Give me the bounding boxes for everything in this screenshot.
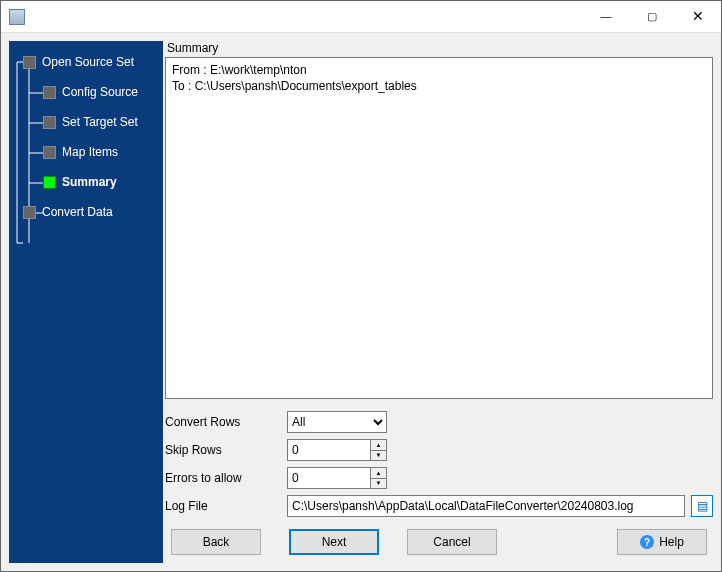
log-file-input[interactable] [287, 495, 685, 517]
log-file-label: Log File [165, 499, 287, 513]
minimize-button[interactable]: — [583, 1, 629, 31]
back-button[interactable]: Back [171, 529, 261, 555]
spin-down-icon[interactable]: ▼ [371, 479, 386, 489]
step-label: Map Items [62, 145, 118, 159]
step-open-source-set[interactable]: Open Source Set [9, 47, 163, 77]
app-icon [9, 9, 25, 25]
step-set-target-set[interactable]: Set Target Set [9, 107, 163, 137]
titlebar: — ▢ ✕ [1, 1, 721, 33]
step-label: Summary [62, 175, 117, 189]
step-box-icon [23, 56, 36, 69]
convert-rows-label: Convert Rows [165, 415, 287, 429]
wizard-steps-sidebar: Open Source Set Config Source Set Target… [9, 41, 163, 563]
spin-up-icon[interactable]: ▲ [371, 468, 386, 479]
step-label: Open Source Set [42, 55, 134, 69]
browse-icon: ▤ [697, 499, 708, 513]
step-label: Convert Data [42, 205, 113, 219]
cancel-button[interactable]: Cancel [407, 529, 497, 555]
errors-input[interactable] [288, 468, 370, 488]
spin-down-icon[interactable]: ▼ [371, 451, 386, 461]
close-button[interactable]: ✕ [675, 1, 721, 31]
step-label: Config Source [62, 85, 138, 99]
options-form: Convert Rows All Skip Rows ▲▼ Errors to … [165, 409, 713, 521]
errors-label: Errors to allow [165, 471, 287, 485]
help-button[interactable]: ? Help [617, 529, 707, 555]
maximize-button[interactable]: ▢ [629, 1, 675, 31]
skip-rows-label: Skip Rows [165, 443, 287, 457]
step-convert-data[interactable]: Convert Data [9, 197, 163, 227]
summary-text[interactable]: From : E:\work\temp\nton To : C:\Users\p… [165, 57, 713, 399]
skip-rows-stepper[interactable]: ▲▼ [287, 439, 387, 461]
next-button[interactable]: Next [289, 529, 379, 555]
step-map-items[interactable]: Map Items [9, 137, 163, 167]
skip-rows-input[interactable] [288, 440, 370, 460]
step-box-icon [43, 146, 56, 159]
errors-stepper[interactable]: ▲▼ [287, 467, 387, 489]
help-icon: ? [640, 535, 654, 549]
main-panel: Summary From : E:\work\temp\nton To : C:… [165, 41, 713, 563]
step-box-icon [43, 176, 56, 189]
step-box-icon [43, 116, 56, 129]
step-config-source[interactable]: Config Source [9, 77, 163, 107]
step-summary[interactable]: Summary [9, 167, 163, 197]
browse-log-button[interactable]: ▤ [691, 495, 713, 517]
spin-up-icon[interactable]: ▲ [371, 440, 386, 451]
step-box-icon [23, 206, 36, 219]
convert-rows-select[interactable]: All [287, 411, 387, 433]
panel-title: Summary [167, 41, 713, 55]
step-label: Set Target Set [62, 115, 138, 129]
step-box-icon [43, 86, 56, 99]
wizard-nav: Back Next Cancel ? Help [165, 521, 713, 563]
